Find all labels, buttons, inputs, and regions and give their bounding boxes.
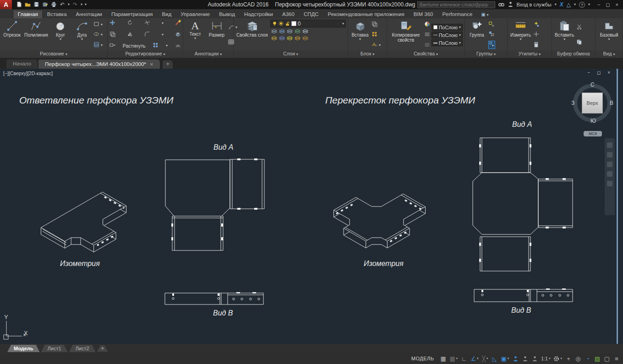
- open-file-icon[interactable]: [24, 1, 31, 8]
- arc-button[interactable]: Дуга▾: [72, 20, 92, 50]
- offset-icon[interactable]: [175, 42, 181, 49]
- tab-performance[interactable]: Performance: [438, 11, 476, 18]
- layout-tab-model[interactable]: Модель: [7, 345, 40, 352]
- tab-home[interactable]: Главная: [14, 11, 42, 18]
- layer-tool-icon[interactable]: [295, 28, 301, 36]
- model-space-button[interactable]: МОДЕЛЬ: [407, 356, 438, 361]
- hardware-acceleration-button[interactable]: ▨: [593, 354, 602, 363]
- ellipse-icon[interactable]: [93, 31, 99, 38]
- tab-insert[interactable]: Вставка: [43, 11, 71, 18]
- panel-draw-title[interactable]: Рисование ▾: [0, 50, 107, 58]
- cut-icon[interactable]: [576, 24, 582, 31]
- new-layout-button[interactable]: +: [97, 345, 108, 352]
- close-button[interactable]: ×: [616, 2, 618, 8]
- panel-clipboard-title[interactable]: Буфер обмена: [552, 50, 595, 58]
- layer-tool-icon[interactable]: [287, 28, 293, 36]
- lineweight-select[interactable]: ПоСлою▾: [432, 39, 463, 46]
- help-icon[interactable]: ?: [579, 2, 585, 8]
- customization-menu-button[interactable]: ≡: [612, 354, 621, 363]
- a360-dropdown-icon[interactable]: ▾: [574, 3, 576, 6]
- save-icon[interactable]: [33, 1, 39, 8]
- layer-tool-icon[interactable]: [302, 35, 308, 43]
- file-tab-close-icon[interactable]: ✕: [150, 62, 153, 67]
- object-snap-tracking-toggle[interactable]: ◺: [490, 354, 499, 363]
- isolate-objects-button[interactable]: ◎: [574, 354, 583, 363]
- panel-view-title[interactable]: Вид ▾: [596, 50, 623, 58]
- erase-icon[interactable]: [175, 20, 181, 27]
- group-button[interactable]: Группа: [467, 20, 487, 50]
- grid-toggle[interactable]: ▦: [439, 354, 448, 363]
- tab-spds[interactable]: СПДС: [300, 11, 323, 18]
- block-attributes-icon[interactable]: [372, 42, 377, 49]
- viewport-controls[interactable]: [−][Сверху][2D-каркас]: [3, 71, 53, 76]
- search-binoculars-icon[interactable]: [498, 1, 504, 8]
- copy-clip-icon[interactable]: [576, 39, 582, 46]
- array-icon[interactable]: [153, 42, 158, 49]
- group-edit-icon[interactable]: [488, 31, 494, 38]
- redo-dropdown-icon[interactable]: ▾: [81, 3, 82, 6]
- panel-block-title[interactable]: Блок ▾: [348, 50, 387, 58]
- layer-tool-icon[interactable]: [279, 35, 285, 43]
- new-file-icon[interactable]: [16, 1, 22, 8]
- tab-parametric[interactable]: Параметризация: [107, 11, 157, 18]
- line-button[interactable]: Отрезок: [2, 20, 22, 50]
- layer-properties-button[interactable]: Свойства слоя: [235, 20, 269, 50]
- layer-tool-icon[interactable]: [302, 28, 308, 36]
- undo-dropdown-icon[interactable]: ▾: [68, 3, 70, 6]
- viewcube-east[interactable]: В: [610, 100, 613, 106]
- dimension-button[interactable]: Размер: [207, 20, 227, 50]
- layer-dropdown-icon[interactable]: ▾: [342, 22, 344, 26]
- minimize-button[interactable]: −: [597, 2, 600, 8]
- copy-icon[interactable]: [109, 31, 115, 38]
- id-point-icon[interactable]: [533, 31, 539, 38]
- annotation-visibility-toggle[interactable]: [511, 354, 520, 363]
- panel-annotate-title[interactable]: Аннотации ▾: [183, 50, 233, 58]
- explode-icon[interactable]: [175, 31, 181, 38]
- panel-utilities-title[interactable]: Утилиты ▾: [508, 50, 552, 58]
- create-block-icon[interactable]: [372, 21, 377, 28]
- file-tab-start[interactable]: Начало: [6, 60, 38, 69]
- file-tab-drawing[interactable]: Перфокор четырех...ЭМИ 400x100x2000*✕: [38, 60, 160, 69]
- circle-button[interactable]: Круг▾: [50, 20, 71, 50]
- exchange-apps-icon[interactable]: X: [560, 1, 563, 8]
- move-icon[interactable]: [109, 20, 115, 27]
- search-input[interactable]: [417, 1, 495, 8]
- save-as-icon[interactable]: [42, 1, 48, 8]
- ungroup-icon[interactable]: [488, 21, 494, 28]
- panel-modify-title[interactable]: Редактирование ▾: [108, 50, 183, 58]
- panel-groups-title[interactable]: Группы ▾: [465, 50, 507, 58]
- base-view-button[interactable]: Базовый▾: [599, 20, 619, 50]
- viewcube[interactable]: Верх С В Ю З: [573, 84, 612, 122]
- hatch-icon[interactable]: [93, 42, 99, 49]
- autocad-app-button[interactable]: A: [0, 0, 12, 9]
- panel-properties-title[interactable]: Свойства ▾: [387, 50, 465, 58]
- object-color-select[interactable]: ПоСлою▾: [432, 24, 463, 31]
- insert-block-button[interactable]: Вставка▾: [350, 20, 370, 50]
- viewcube-south[interactable]: Ю: [590, 118, 596, 124]
- linetype-list-icon[interactable]: [424, 31, 430, 38]
- stretch-icon[interactable]: [109, 42, 115, 49]
- tab-view[interactable]: Вид: [158, 11, 175, 18]
- plot-icon[interactable]: [50, 1, 57, 8]
- mirror-icon[interactable]: [127, 31, 133, 38]
- annotation-scale-icon[interactable]: [530, 354, 539, 363]
- text-button[interactable]: AТекст▾: [185, 20, 205, 50]
- tab-output[interactable]: Вывод: [215, 11, 239, 18]
- fillet-icon[interactable]: [144, 31, 150, 38]
- lineweight-list-icon[interactable]: [424, 42, 430, 49]
- a360-icon[interactable]: △: [567, 1, 571, 8]
- layer-tool-icon[interactable]: [287, 35, 293, 43]
- layer-tool-icon[interactable]: [271, 28, 277, 36]
- viewport-scrollbar[interactable]: [617, 69, 618, 344]
- edit-block-icon[interactable]: [372, 31, 377, 38]
- navigation-bar[interactable]: [605, 138, 615, 215]
- model-space-viewport[interactable]: Y X [−][Сверху][2D-каркас] − ◻ × Ответвл…: [0, 69, 623, 344]
- rotate-icon[interactable]: [127, 20, 133, 27]
- viewcube-top-face[interactable]: Верх: [582, 92, 603, 114]
- restore-button[interactable]: ◻: [606, 2, 610, 8]
- help-dropdown-icon[interactable]: ▾: [588, 3, 590, 6]
- tab-featured-apps[interactable]: Рекомендованные приложения: [324, 11, 409, 18]
- layout-tab-sheet1[interactable]: Лист1: [41, 345, 68, 352]
- linetype-select[interactable]: ПоСлою▾: [432, 32, 463, 38]
- undo-icon[interactable]: ↶: [59, 1, 66, 8]
